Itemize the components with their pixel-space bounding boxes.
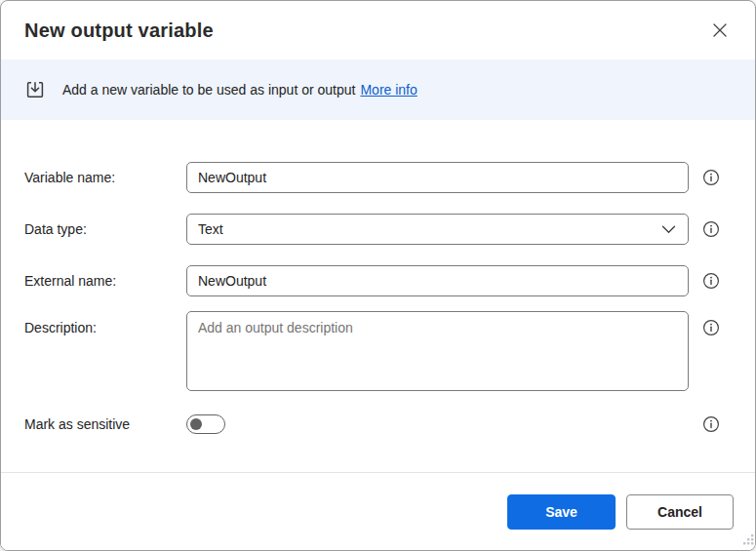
resize-grip[interactable]	[740, 531, 754, 549]
data-type-info-icon[interactable]	[702, 220, 720, 238]
form-area: Variable name: Data type: Text	[1, 120, 755, 434]
variable-name-label: Variable name:	[24, 170, 186, 185]
external-name-input[interactable]	[186, 265, 689, 296]
save-button[interactable]: Save	[507, 494, 616, 530]
dialog-title: New output variable	[24, 20, 214, 42]
variable-name-info-icon[interactable]	[702, 169, 720, 186]
output-variable-icon	[24, 79, 46, 100]
dialog-footer: Save Cancel	[1, 472, 755, 550]
description-label: Description:	[24, 311, 186, 335]
field-row-mark-as-sensitive: Mark as sensitive	[24, 414, 755, 434]
field-row-description: Description:	[24, 311, 755, 391]
banner-message: Add a new variable to be used as input o…	[62, 82, 355, 98]
close-icon	[713, 23, 727, 37]
new-output-variable-dialog: New output variable Add a new variable t…	[0, 0, 756, 551]
external-name-label: External name:	[24, 273, 186, 289]
mark-as-sensitive-toggle[interactable]	[186, 414, 225, 434]
mark-as-sensitive-info-icon[interactable]	[702, 415, 720, 433]
mark-as-sensitive-label: Mark as sensitive	[24, 416, 186, 432]
more-info-link[interactable]: More info	[360, 82, 417, 98]
dialog-header: New output variable	[1, 1, 755, 59]
data-type-selected-value: Text	[198, 221, 223, 237]
data-type-dropdown[interactable]: Text	[186, 214, 689, 245]
field-row-variable-name: Variable name:	[24, 162, 755, 193]
variable-name-input[interactable]	[186, 162, 689, 193]
close-button[interactable]	[704, 15, 736, 46]
description-textarea[interactable]	[186, 311, 689, 391]
field-row-data-type: Data type: Text	[24, 214, 755, 245]
external-name-info-icon[interactable]	[702, 272, 720, 290]
toggle-knob	[190, 418, 202, 430]
data-type-label: Data type:	[24, 221, 186, 237]
info-banner: Add a new variable to be used as input o…	[1, 59, 755, 120]
field-row-external-name: External name:	[24, 265, 755, 296]
cancel-button[interactable]: Cancel	[626, 494, 734, 530]
chevron-down-icon	[661, 225, 676, 234]
description-info-icon[interactable]	[702, 319, 720, 336]
